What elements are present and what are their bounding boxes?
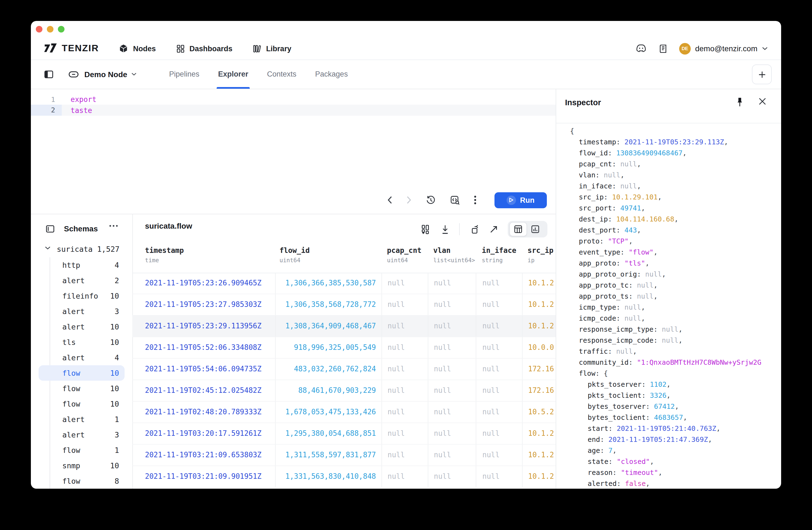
collapse-sidebar-icon[interactable] [44, 70, 54, 78]
run-history-icon[interactable] [425, 195, 436, 205]
table-row[interactable]: 2021-11-19T05:54:06.094735Z483,032,260,7… [132, 359, 556, 380]
json-value: null [662, 336, 678, 344]
discord-icon[interactable] [635, 44, 647, 54]
schema-tree-root[interactable]: suricata 1,527 [31, 243, 132, 256]
tab-bar: Pipelines Explorer Contexts Packages [160, 59, 357, 89]
tenzir-logo[interactable]: TENZIR [44, 43, 99, 54]
navbar-right-cluster: DE demo@tenzir.com [635, 43, 768, 54]
table-row[interactable]: 2021-11-19T03:21:09.901951Z1,331,563,830… [132, 466, 556, 488]
panel-left-icon[interactable] [46, 225, 55, 233]
run-button[interactable]: Run [494, 192, 547, 208]
nav-item-library[interactable]: Library [252, 44, 291, 53]
table-view-button[interactable] [509, 222, 527, 236]
json-line: icmp_type: null, [570, 302, 781, 313]
chevron-down-icon [762, 46, 768, 51]
column-header[interactable]: timestamptime [132, 246, 275, 273]
table-title: suricata.flow [145, 221, 192, 230]
schema-item[interactable]: tls 10 [39, 335, 125, 350]
docs-icon[interactable] [658, 43, 668, 54]
json-key: flow_id [579, 149, 608, 157]
table-row[interactable]: 2021-11-19T02:48:20.789333Z1,678,053,475… [132, 402, 556, 423]
minimize-window-button[interactable] [47, 26, 54, 32]
nav-item-dashboards[interactable]: Dashboards [176, 44, 232, 53]
json-punct: : [608, 424, 617, 432]
json-punct: : [646, 402, 654, 410]
schema-item-name: flow [62, 446, 115, 455]
node-chevron-down-icon[interactable] [131, 72, 137, 76]
schema-item[interactable]: flow 10 [39, 365, 125, 381]
link-icon[interactable] [68, 70, 79, 78]
schema-item[interactable]: snmp 10 [39, 458, 125, 473]
close-icon[interactable] [758, 97, 767, 106]
add-tab-button[interactable] [752, 64, 772, 84]
json-punct: : [621, 248, 629, 256]
table-cell: 10.1.2 [522, 294, 556, 315]
editor-toolbar: Run [387, 192, 547, 208]
json-line: alerted: false, [570, 478, 781, 489]
schema-item[interactable]: flow 8 [39, 473, 125, 489]
table-row[interactable]: 2021-11-19T05:23:26.909465Z1,306,366,385… [132, 273, 556, 294]
column-header[interactable]: in_ifacestring [476, 246, 522, 273]
json-line: { [570, 126, 781, 137]
schemas-menu-ellipsis-icon[interactable] [109, 225, 118, 227]
column-header[interactable]: src_ipip [522, 246, 556, 273]
table-cell: 2021-11-19T02:48:20.789333Z [132, 402, 275, 423]
pipeline-editor[interactable]: 1 export 2 taste [31, 89, 556, 214]
schema-item[interactable]: flow 1 [39, 442, 125, 458]
chart-view-button[interactable] [527, 223, 543, 236]
schema-item[interactable]: alert 1 [39, 412, 125, 427]
column-name: timestamp [145, 246, 275, 254]
json-value: "closed" [617, 457, 650, 466]
history-forward-icon[interactable] [406, 195, 412, 204]
json-value: null [637, 292, 653, 300]
table-row[interactable]: 2021-11-19T05:23:27.985303Z1,306,358,568… [132, 294, 556, 316]
expand-icon[interactable] [489, 224, 498, 234]
schema-item[interactable]: flow 10 [39, 381, 125, 396]
json-punct: , [633, 347, 637, 355]
json-punct: , [658, 193, 662, 201]
table-row[interactable]: 2021-11-19T05:23:29.113956Z1,308,364,909… [132, 316, 556, 337]
copy-pipeline-icon[interactable] [469, 224, 480, 234]
schema-item[interactable]: alert 10 [39, 319, 125, 335]
schema-item[interactable]: alert 3 [39, 427, 125, 442]
table-cell: 1,311,558,597,831,877 [275, 445, 381, 466]
column-header[interactable]: vlanlist<uint64> [428, 246, 476, 273]
table-row[interactable]: 2021-11-19T05:52:06.334808Z918,996,325,0… [132, 337, 556, 359]
download-icon[interactable] [440, 224, 450, 234]
tab-explorer[interactable]: Explorer [209, 59, 258, 89]
table-cell: null [428, 273, 476, 294]
pin-icon[interactable] [736, 97, 744, 108]
more-options-kebab-icon[interactable] [474, 195, 476, 204]
user-menu[interactable]: DE demo@tenzir.com [679, 43, 768, 54]
column-header[interactable]: flow_iduint64 [275, 246, 381, 273]
json-line: bytes_toserver: 67412, [570, 401, 781, 412]
schema-item[interactable]: fileinfo 10 [39, 288, 125, 304]
json-punct: : [608, 149, 616, 157]
close-window-button[interactable] [36, 26, 42, 32]
schema-item[interactable]: alert 2 [39, 273, 125, 288]
results-section: Schemas suricata 1,527 http 4 alert 2 fi… [31, 214, 556, 489]
column-header[interactable]: pcap_cntuint64 [381, 246, 428, 273]
schema-item[interactable]: alert 4 [39, 350, 125, 365]
tab-contexts[interactable]: Contexts [258, 59, 306, 89]
json-line: community_id: "1:QnxaoBMTtHzH7C8WbNw+ySr… [570, 357, 781, 368]
node-name[interactable]: Demo Node [84, 70, 127, 78]
schema-item[interactable]: http 4 [39, 257, 125, 273]
json-key: alerted [588, 479, 617, 488]
table-row[interactable]: 2021-11-19T03:20:17.591261Z1,295,380,054… [132, 423, 556, 445]
tab-pipelines[interactable]: Pipelines [160, 59, 209, 89]
add-to-dashboard-icon[interactable] [421, 224, 431, 234]
table-row[interactable]: 2021-11-19T03:21:09.653803Z1,311,558,597… [132, 445, 556, 466]
schema-item[interactable]: flow 10 [39, 396, 125, 412]
schema-item[interactable]: alert 3 [39, 304, 125, 319]
schema-item-name: alert [62, 307, 115, 316]
tab-packages[interactable]: Packages [306, 59, 357, 89]
history-back-icon[interactable] [387, 195, 392, 204]
nav-item-nodes[interactable]: Nodes [119, 44, 156, 54]
zoom-window-button[interactable] [58, 26, 64, 32]
table-row[interactable]: 2021-11-19T02:45:12.025482Z88,461,670,90… [132, 380, 556, 402]
json-punct: , [678, 325, 682, 333]
code-search-icon[interactable] [450, 195, 460, 205]
schema-item-count: 4 [115, 353, 119, 362]
table-body: 2021-11-19T05:23:26.909465Z1,306,366,385… [132, 273, 556, 488]
